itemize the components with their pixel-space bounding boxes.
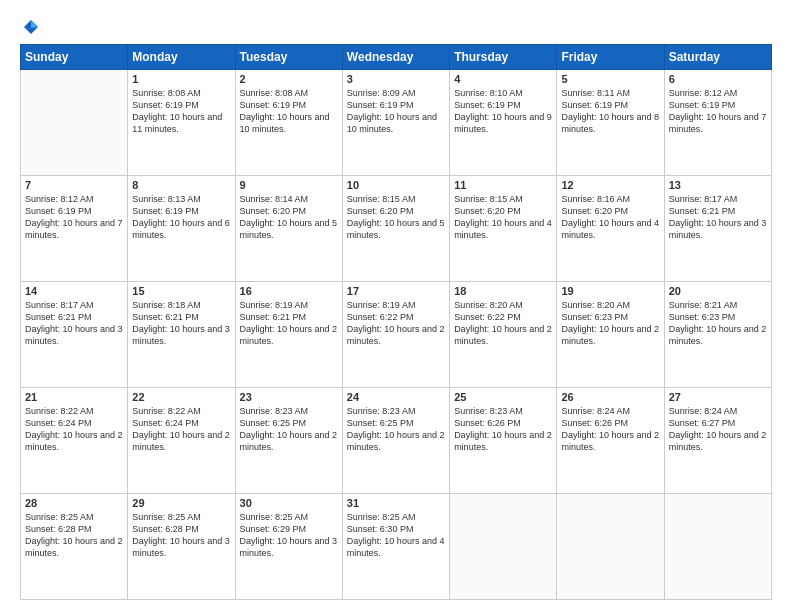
calendar-cell: 28Sunrise: 8:25 AMSunset: 6:28 PMDayligh… bbox=[21, 494, 128, 600]
calendar-cell bbox=[557, 494, 664, 600]
calendar-week-5: 28Sunrise: 8:25 AMSunset: 6:28 PMDayligh… bbox=[21, 494, 772, 600]
day-number: 11 bbox=[454, 179, 552, 191]
calendar-cell: 31Sunrise: 8:25 AMSunset: 6:30 PMDayligh… bbox=[342, 494, 449, 600]
calendar-cell: 26Sunrise: 8:24 AMSunset: 6:26 PMDayligh… bbox=[557, 388, 664, 494]
day-number: 2 bbox=[240, 73, 338, 85]
day-info: Sunrise: 8:23 AMSunset: 6:26 PMDaylight:… bbox=[454, 405, 552, 454]
day-info: Sunrise: 8:11 AMSunset: 6:19 PMDaylight:… bbox=[561, 87, 659, 136]
calendar-cell: 19Sunrise: 8:20 AMSunset: 6:23 PMDayligh… bbox=[557, 282, 664, 388]
day-number: 23 bbox=[240, 391, 338, 403]
day-number: 26 bbox=[561, 391, 659, 403]
weekday-header-saturday: Saturday bbox=[664, 45, 771, 70]
day-number: 31 bbox=[347, 497, 445, 509]
day-info: Sunrise: 8:22 AMSunset: 6:24 PMDaylight:… bbox=[132, 405, 230, 454]
day-info: Sunrise: 8:15 AMSunset: 6:20 PMDaylight:… bbox=[347, 193, 445, 242]
day-number: 6 bbox=[669, 73, 767, 85]
day-info: Sunrise: 8:13 AMSunset: 6:19 PMDaylight:… bbox=[132, 193, 230, 242]
day-number: 20 bbox=[669, 285, 767, 297]
day-number: 14 bbox=[25, 285, 123, 297]
weekday-header-wednesday: Wednesday bbox=[342, 45, 449, 70]
calendar-cell: 30Sunrise: 8:25 AMSunset: 6:29 PMDayligh… bbox=[235, 494, 342, 600]
calendar-cell: 24Sunrise: 8:23 AMSunset: 6:25 PMDayligh… bbox=[342, 388, 449, 494]
day-info: Sunrise: 8:25 AMSunset: 6:30 PMDaylight:… bbox=[347, 511, 445, 560]
calendar-cell bbox=[664, 494, 771, 600]
calendar-cell: 11Sunrise: 8:15 AMSunset: 6:20 PMDayligh… bbox=[450, 176, 557, 282]
day-number: 10 bbox=[347, 179, 445, 191]
day-number: 30 bbox=[240, 497, 338, 509]
calendar-cell: 10Sunrise: 8:15 AMSunset: 6:20 PMDayligh… bbox=[342, 176, 449, 282]
header bbox=[20, 18, 772, 36]
day-number: 28 bbox=[25, 497, 123, 509]
calendar-cell: 21Sunrise: 8:22 AMSunset: 6:24 PMDayligh… bbox=[21, 388, 128, 494]
weekday-header-sunday: Sunday bbox=[21, 45, 128, 70]
day-number: 27 bbox=[669, 391, 767, 403]
day-number: 3 bbox=[347, 73, 445, 85]
day-number: 22 bbox=[132, 391, 230, 403]
calendar-cell: 2Sunrise: 8:08 AMSunset: 6:19 PMDaylight… bbox=[235, 70, 342, 176]
day-info: Sunrise: 8:23 AMSunset: 6:25 PMDaylight:… bbox=[240, 405, 338, 454]
day-info: Sunrise: 8:24 AMSunset: 6:27 PMDaylight:… bbox=[669, 405, 767, 454]
day-number: 25 bbox=[454, 391, 552, 403]
day-info: Sunrise: 8:10 AMSunset: 6:19 PMDaylight:… bbox=[454, 87, 552, 136]
day-info: Sunrise: 8:21 AMSunset: 6:23 PMDaylight:… bbox=[669, 299, 767, 348]
weekday-header-thursday: Thursday bbox=[450, 45, 557, 70]
calendar-cell: 23Sunrise: 8:23 AMSunset: 6:25 PMDayligh… bbox=[235, 388, 342, 494]
weekday-header-row: SundayMondayTuesdayWednesdayThursdayFrid… bbox=[21, 45, 772, 70]
day-number: 1 bbox=[132, 73, 230, 85]
calendar-cell bbox=[450, 494, 557, 600]
calendar-week-3: 14Sunrise: 8:17 AMSunset: 6:21 PMDayligh… bbox=[21, 282, 772, 388]
day-number: 8 bbox=[132, 179, 230, 191]
day-number: 17 bbox=[347, 285, 445, 297]
day-info: Sunrise: 8:08 AMSunset: 6:19 PMDaylight:… bbox=[132, 87, 230, 136]
day-info: Sunrise: 8:14 AMSunset: 6:20 PMDaylight:… bbox=[240, 193, 338, 242]
calendar-cell: 8Sunrise: 8:13 AMSunset: 6:19 PMDaylight… bbox=[128, 176, 235, 282]
day-number: 5 bbox=[561, 73, 659, 85]
calendar-cell: 14Sunrise: 8:17 AMSunset: 6:21 PMDayligh… bbox=[21, 282, 128, 388]
day-info: Sunrise: 8:25 AMSunset: 6:29 PMDaylight:… bbox=[240, 511, 338, 560]
day-info: Sunrise: 8:08 AMSunset: 6:19 PMDaylight:… bbox=[240, 87, 338, 136]
day-number: 15 bbox=[132, 285, 230, 297]
day-info: Sunrise: 8:12 AMSunset: 6:19 PMDaylight:… bbox=[669, 87, 767, 136]
day-number: 7 bbox=[25, 179, 123, 191]
calendar-cell: 16Sunrise: 8:19 AMSunset: 6:21 PMDayligh… bbox=[235, 282, 342, 388]
day-number: 16 bbox=[240, 285, 338, 297]
calendar-week-4: 21Sunrise: 8:22 AMSunset: 6:24 PMDayligh… bbox=[21, 388, 772, 494]
weekday-header-monday: Monday bbox=[128, 45, 235, 70]
day-number: 9 bbox=[240, 179, 338, 191]
calendar-cell: 18Sunrise: 8:20 AMSunset: 6:22 PMDayligh… bbox=[450, 282, 557, 388]
weekday-header-tuesday: Tuesday bbox=[235, 45, 342, 70]
calendar-cell: 13Sunrise: 8:17 AMSunset: 6:21 PMDayligh… bbox=[664, 176, 771, 282]
calendar-cell: 3Sunrise: 8:09 AMSunset: 6:19 PMDaylight… bbox=[342, 70, 449, 176]
svg-marker-1 bbox=[31, 20, 38, 28]
day-info: Sunrise: 8:22 AMSunset: 6:24 PMDaylight:… bbox=[25, 405, 123, 454]
day-number: 24 bbox=[347, 391, 445, 403]
day-info: Sunrise: 8:15 AMSunset: 6:20 PMDaylight:… bbox=[454, 193, 552, 242]
calendar-cell: 25Sunrise: 8:23 AMSunset: 6:26 PMDayligh… bbox=[450, 388, 557, 494]
day-info: Sunrise: 8:25 AMSunset: 6:28 PMDaylight:… bbox=[132, 511, 230, 560]
day-number: 19 bbox=[561, 285, 659, 297]
day-info: Sunrise: 8:19 AMSunset: 6:21 PMDaylight:… bbox=[240, 299, 338, 348]
calendar-cell: 4Sunrise: 8:10 AMSunset: 6:19 PMDaylight… bbox=[450, 70, 557, 176]
day-info: Sunrise: 8:17 AMSunset: 6:21 PMDaylight:… bbox=[669, 193, 767, 242]
weekday-header-friday: Friday bbox=[557, 45, 664, 70]
day-info: Sunrise: 8:12 AMSunset: 6:19 PMDaylight:… bbox=[25, 193, 123, 242]
day-number: 12 bbox=[561, 179, 659, 191]
day-number: 29 bbox=[132, 497, 230, 509]
calendar-cell: 22Sunrise: 8:22 AMSunset: 6:24 PMDayligh… bbox=[128, 388, 235, 494]
day-info: Sunrise: 8:23 AMSunset: 6:25 PMDaylight:… bbox=[347, 405, 445, 454]
day-info: Sunrise: 8:17 AMSunset: 6:21 PMDaylight:… bbox=[25, 299, 123, 348]
day-info: Sunrise: 8:18 AMSunset: 6:21 PMDaylight:… bbox=[132, 299, 230, 348]
calendar-table: SundayMondayTuesdayWednesdayThursdayFrid… bbox=[20, 44, 772, 600]
day-number: 4 bbox=[454, 73, 552, 85]
day-info: Sunrise: 8:20 AMSunset: 6:23 PMDaylight:… bbox=[561, 299, 659, 348]
day-number: 18 bbox=[454, 285, 552, 297]
logo-icon bbox=[22, 18, 40, 36]
day-info: Sunrise: 8:09 AMSunset: 6:19 PMDaylight:… bbox=[347, 87, 445, 136]
calendar-cell: 6Sunrise: 8:12 AMSunset: 6:19 PMDaylight… bbox=[664, 70, 771, 176]
calendar-cell: 7Sunrise: 8:12 AMSunset: 6:19 PMDaylight… bbox=[21, 176, 128, 282]
calendar-cell: 20Sunrise: 8:21 AMSunset: 6:23 PMDayligh… bbox=[664, 282, 771, 388]
day-number: 13 bbox=[669, 179, 767, 191]
day-number: 21 bbox=[25, 391, 123, 403]
calendar-cell: 27Sunrise: 8:24 AMSunset: 6:27 PMDayligh… bbox=[664, 388, 771, 494]
calendar-cell: 17Sunrise: 8:19 AMSunset: 6:22 PMDayligh… bbox=[342, 282, 449, 388]
